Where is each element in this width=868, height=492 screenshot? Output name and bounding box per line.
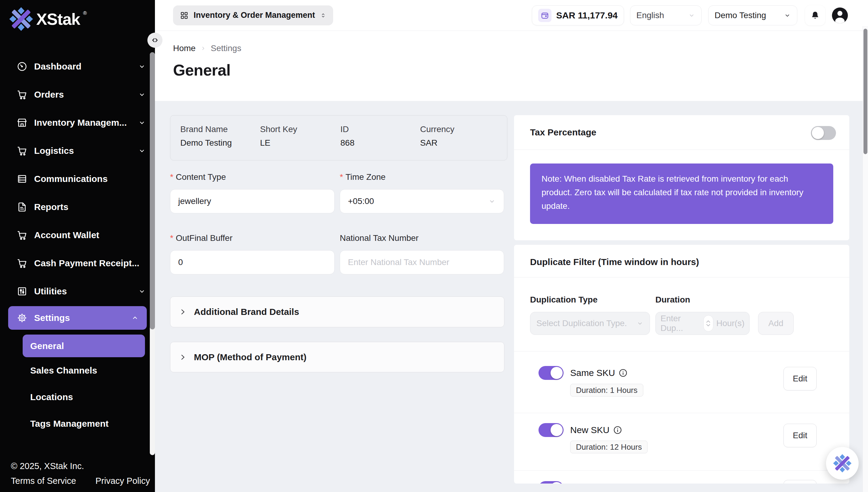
- chevron-down-icon: [636, 320, 643, 327]
- privacy-policy-link[interactable]: Privacy Policy: [96, 476, 150, 486]
- time-zone-value: +05:00: [348, 196, 374, 206]
- time-zone-select[interactable]: +05:00: [340, 189, 504, 213]
- outfinal-buffer-input[interactable]: 0: [170, 250, 335, 274]
- sidebar-subitem-locations[interactable]: Locations: [0, 384, 155, 411]
- breadcrumb-home[interactable]: Home: [173, 44, 196, 53]
- currency-value: SAR: [420, 138, 454, 148]
- cart-icon: [17, 258, 27, 269]
- xstak-floating-button[interactable]: [826, 447, 859, 479]
- outfinal-buffer-label: * OutFinal Buffer: [170, 233, 233, 243]
- content-area: Brand Name Demo Testing Short Key LE ID …: [155, 101, 868, 492]
- same-sku-row: Same SKU: [538, 365, 628, 380]
- sidebar-item-logistics[interactable]: Logistics: [0, 137, 155, 165]
- sidebar-item-reports[interactable]: Reports: [0, 193, 155, 221]
- cart-icon: [17, 145, 27, 156]
- new-sku-edit-button[interactable]: Edit: [784, 424, 817, 447]
- duplication-type-select[interactable]: Select Duplication Type.: [530, 312, 650, 335]
- toggle-knob: [551, 367, 563, 379]
- xstak-logo-icon: [833, 454, 852, 473]
- user-avatar[interactable]: [831, 6, 849, 25]
- add-button[interactable]: Add: [758, 312, 794, 335]
- language-select[interactable]: English: [630, 5, 702, 25]
- duplicate-filter-card: Duplicate Filter (Time window in hours) …: [514, 245, 849, 484]
- same-sku-duration-tag: Duration: 1 Hours: [570, 384, 643, 396]
- sidebar-item-utilities[interactable]: Utilities: [0, 277, 155, 305]
- chevron-down-icon: [488, 197, 496, 205]
- sidebar-footer: © 2025, XStak Inc. Terms of Service Priv…: [0, 456, 155, 492]
- national-tax-number-input[interactable]: Enter National Tax Number: [340, 250, 504, 274]
- page-scrollbar-track[interactable]: [863, 26, 868, 492]
- chevron-down-icon: [138, 91, 146, 99]
- app-switcher[interactable]: Inventory & Order Management: [173, 5, 333, 25]
- language-value: English: [636, 10, 664, 20]
- new-sku-toggle[interactable]: [538, 423, 563, 437]
- wallet-amount: SAR 11,177.94: [556, 10, 617, 21]
- duplication-type-placeholder: Select Duplication Type.: [536, 319, 627, 328]
- chevron-down-icon: [138, 147, 146, 155]
- sidebar-subitem-label: Sales Channels: [30, 365, 97, 376]
- info-icon[interactable]: [619, 368, 628, 377]
- toggle-knob: [551, 424, 563, 436]
- chevron-up-icon: [131, 314, 139, 322]
- sidebar-item-orders[interactable]: Orders: [0, 80, 155, 108]
- page-title: General: [173, 61, 868, 79]
- info-icon[interactable]: [613, 425, 622, 435]
- duplicate-filter-title: Duplicate Filter (Time window in hours): [530, 257, 699, 267]
- sidebar-subitem-general[interactable]: General: [23, 335, 145, 357]
- sidebar-subitem-label: Tags Management: [30, 419, 109, 429]
- same-sku-edit-button[interactable]: Edit: [784, 367, 817, 390]
- clipped-sku-toggle[interactable]: [538, 481, 563, 484]
- sidebar-item-communications[interactable]: Communications: [0, 165, 155, 193]
- sidebar-item-label: Utilities: [34, 286, 67, 296]
- general-form: Brand Name Demo Testing Short Key LE ID …: [170, 115, 507, 387]
- currency-label: Currency: [420, 124, 454, 134]
- short-key-value: LE: [260, 138, 340, 148]
- divider: [514, 413, 849, 413]
- avatar-icon: [831, 6, 849, 25]
- wallet-balance[interactable]: SAR 11,177.94: [532, 5, 624, 25]
- notifications-button[interactable]: [805, 5, 825, 25]
- copyright-text: © 2025, XStak Inc.: [11, 461, 155, 471]
- sidebar-item-label: Settings: [34, 313, 70, 323]
- sidebar-nav: Dashboard Orders Inventory Managem...: [0, 52, 155, 456]
- duration-input[interactable]: Enter Dup... Hour(s): [655, 312, 749, 335]
- breadcrumb: Home Settings: [173, 44, 868, 53]
- page-scrollbar-thumb[interactable]: [864, 29, 867, 154]
- chevron-down-icon: [138, 63, 146, 70]
- required-mark: *: [340, 172, 343, 182]
- sidebar-item-account-wallet[interactable]: Account Wallet: [0, 221, 155, 249]
- sidebar-item-label: Communications: [34, 174, 107, 184]
- chevron-down-icon: [138, 119, 146, 127]
- chevron-down-icon: [784, 12, 791, 19]
- sidebar-subitem-tags-management[interactable]: Tags Management: [0, 411, 155, 437]
- duration-placeholder: Enter Dup...: [660, 314, 702, 333]
- sidebar-item-settings[interactable]: Settings: [8, 306, 147, 330]
- sidebar-item-dashboard[interactable]: Dashboard: [0, 52, 155, 80]
- id-value: 868: [340, 138, 420, 148]
- sidebar-item-label: Cash Payment Receipt...: [34, 258, 139, 268]
- additional-brand-details-panel[interactable]: Additional Brand Details: [170, 296, 504, 327]
- brand-select[interactable]: Demo Testing: [708, 5, 797, 25]
- sidebar-item-inventory-management[interactable]: Inventory Managem...: [0, 108, 155, 137]
- same-sku-toggle[interactable]: [538, 366, 563, 380]
- panel-title: MOP (Method of Payment): [194, 352, 307, 362]
- sidebar-item-label: Orders: [34, 90, 64, 100]
- sidebar-subitem-label: General: [30, 341, 64, 351]
- tax-percentage-toggle[interactable]: [811, 126, 836, 140]
- content-type-input[interactable]: jewellery: [170, 189, 335, 213]
- tax-percentage-card: Tax Percentage Note: When disabled Tax R…: [514, 115, 849, 240]
- stepper-down-icon: [706, 324, 711, 327]
- national-tax-number-placeholder: Enter National Tax Number: [348, 257, 449, 267]
- sidebar-item-cash-payment-receipt[interactable]: Cash Payment Receipt...: [0, 249, 155, 277]
- clipped-sku-row: [538, 481, 563, 484]
- clipped-edit-button[interactable]: [784, 480, 817, 484]
- sidebar-collapse-button[interactable]: [148, 33, 162, 48]
- divider: [514, 277, 849, 277]
- mop-panel[interactable]: MOP (Method of Payment): [170, 342, 504, 372]
- sidebar-subitem-sales-channels[interactable]: Sales Channels: [0, 357, 155, 384]
- sidebar-item-label: Logistics: [34, 146, 74, 156]
- terms-of-service-link[interactable]: Terms of Service: [11, 476, 76, 486]
- number-stepper[interactable]: [703, 315, 713, 331]
- sidebar-scrollbar-thumb[interactable]: [150, 52, 155, 329]
- brand-select-value: Demo Testing: [715, 10, 766, 20]
